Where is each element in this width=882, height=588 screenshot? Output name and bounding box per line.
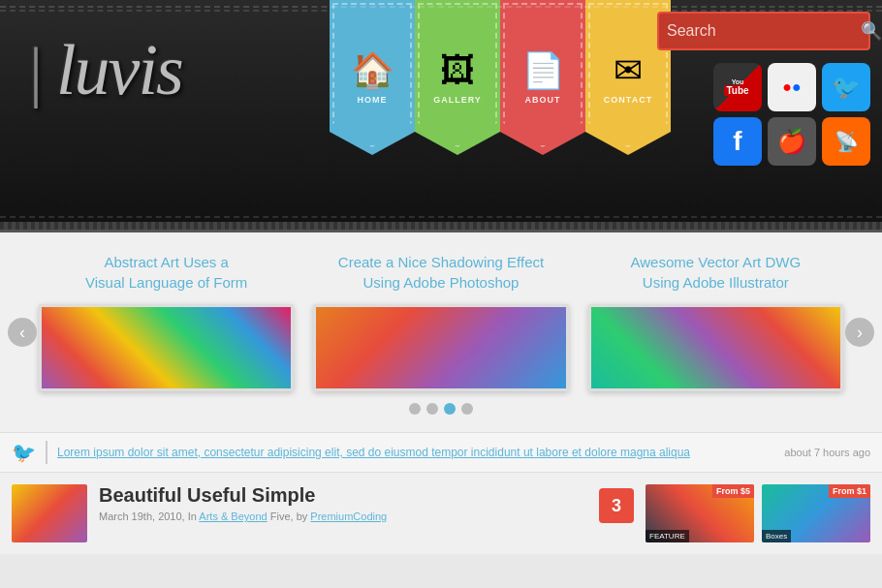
post-title[interactable]: Beautiful Useful Simple (99, 484, 587, 507)
twitter-feed-icon: 🐦 (12, 441, 36, 464)
carousel-item: Awesome Vector Art DWGUsing Adobe Illust… (588, 252, 843, 391)
nav-gallery[interactable]: 🖼 GALLERY (415, 0, 500, 155)
search-input[interactable] (667, 22, 861, 40)
feed-time: about 7 hours ago (784, 447, 870, 458)
price-badge-2: From $1 (829, 484, 870, 498)
main-content: ‹ Abstract Art Uses aVisual Language of … (0, 232, 882, 554)
feed-button[interactable]: 📡 (822, 117, 870, 166)
carousel-dot-2[interactable] (426, 403, 438, 415)
carousel-item-title: Create a Nice Shadowing EffectUsing Adob… (313, 252, 568, 293)
facebook-button[interactable]: f (713, 117, 762, 166)
post-date: March 19th, 2010, In (99, 511, 197, 522)
logo-bracket: | (29, 34, 41, 108)
gallery-icon: 🖼 (440, 50, 475, 91)
post-author-link[interactable]: PremiumCoding (310, 511, 387, 522)
featured-thumbs: From $5 FEATURE From $1 Boxes (646, 484, 870, 542)
carousel-dots (0, 403, 882, 422)
feed-divider (46, 441, 47, 464)
comment-count: 3 (612, 496, 621, 516)
featured-thumb-1[interactable]: From $5 FEATURE (646, 484, 754, 542)
header: | luvis 🏠 HOME 🖼 GALLERY 📄 ABOUT ✉ CONTA… (0, 0, 882, 232)
carousel-item-image[interactable] (39, 304, 294, 391)
feed-bar: 🐦 Lorem ipsum dolor sit amet, consectetu… (0, 432, 882, 473)
nav-home-label: HOME (358, 95, 388, 105)
bottom-row: Beautiful Useful Simple March 19th, 2010… (0, 473, 882, 554)
twitter-button[interactable]: 🐦 (822, 63, 870, 111)
about-icon: 📄 (521, 50, 565, 91)
feed-text[interactable]: Lorem ipsum dolor sit amet, consectetur … (57, 446, 774, 459)
featured-label-2: Boxes (762, 530, 791, 542)
apple-button[interactable]: 🍎 (768, 117, 816, 166)
nav-about-label: ABOUT (525, 95, 561, 105)
carousel-section: ‹ Abstract Art Uses aVisual Language of … (0, 232, 882, 432)
nav-home[interactable]: 🏠 HOME (330, 0, 415, 155)
home-icon: 🏠 (351, 50, 394, 91)
post-suffix: Five, by (270, 511, 308, 522)
carousel-item-title: Abstract Art Uses aVisual Language of Fo… (39, 252, 294, 293)
carousel-item-title: Awesome Vector Art DWGUsing Adobe Illust… (588, 252, 843, 293)
carousel-prev-button[interactable]: ‹ (8, 318, 37, 347)
twitter-icon: 🐦 (832, 74, 861, 101)
search-button[interactable]: 🔍 (861, 20, 882, 42)
nav-bookmarks: 🏠 HOME 🖼 GALLERY 📄 ABOUT ✉ CONTACT (330, 0, 671, 155)
carousel-dot-3[interactable] (444, 403, 456, 415)
site-logo[interactable]: | luvis (29, 29, 182, 111)
carousel-next-button[interactable]: › (845, 318, 874, 347)
post-category-link[interactable]: Arts & Beyond (199, 511, 267, 522)
contact-icon: ✉ (614, 50, 643, 91)
featured-thumb-2[interactable]: From $1 Boxes (762, 484, 870, 542)
post-thumbnail (12, 484, 87, 542)
apple-icon: 🍎 (777, 128, 806, 155)
youtube-button[interactable]: You Tube (713, 63, 762, 111)
post-info: Beautiful Useful Simple March 19th, 2010… (99, 484, 587, 522)
chevron-right-icon: › (857, 323, 863, 343)
featured-label-1: FEATURE (646, 530, 689, 542)
carousel-item-image[interactable] (588, 304, 843, 391)
rss-icon: 📡 (835, 130, 859, 153)
comment-count-badge[interactable]: 3 (599, 488, 634, 523)
carousel-items: Abstract Art Uses aVisual Language of Fo… (0, 252, 882, 391)
nav-about[interactable]: 📄 ABOUT (500, 0, 585, 155)
carousel-dot-4[interactable] (461, 403, 473, 415)
carousel-item: Abstract Art Uses aVisual Language of Fo… (39, 252, 294, 391)
flickr-button[interactable]: ●● (768, 63, 816, 111)
nav-gallery-label: GALLERY (433, 95, 482, 105)
carousel-dot-1[interactable] (409, 403, 421, 415)
nav-contact-label: CONTACT (604, 95, 652, 105)
carousel-item: Create a Nice Shadowing EffectUsing Adob… (313, 252, 568, 391)
social-icons: You Tube ●● 🐦 f 🍎 📡 (713, 63, 870, 166)
post-meta: March 19th, 2010, In Arts & Beyond Five,… (99, 511, 587, 522)
chevron-left-icon: ‹ (19, 323, 25, 343)
carousel-item-image[interactable] (313, 304, 568, 391)
price-badge-1: From $5 (712, 484, 754, 498)
search-bar: 🔍 (657, 12, 870, 50)
facebook-icon: f (733, 126, 741, 157)
